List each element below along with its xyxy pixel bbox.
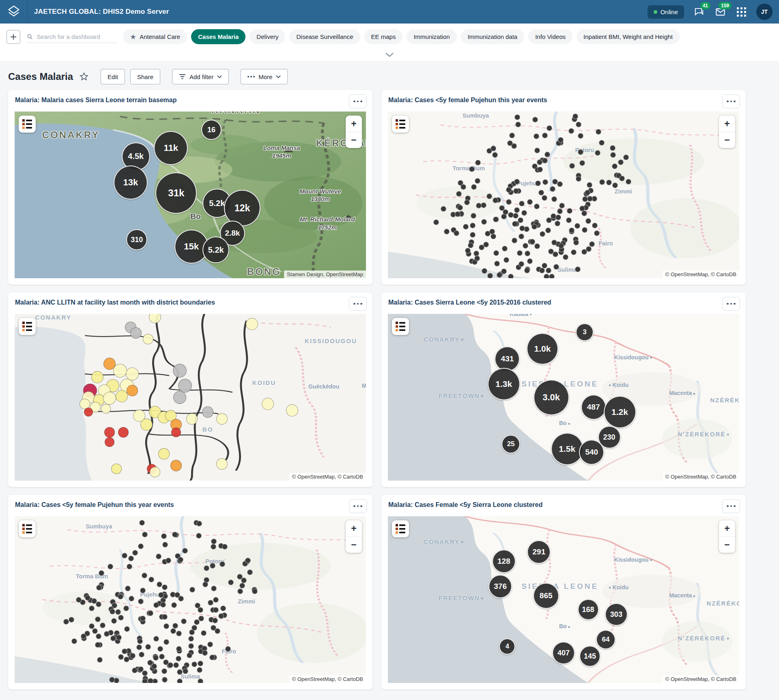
event-point[interactable] [463,224,469,230]
event-point[interactable] [551,196,557,202]
facility-point[interactable] [130,327,142,339]
event-point[interactable] [571,249,577,255]
layers-panel-button[interactable] [392,116,409,133]
event-point[interactable] [487,273,493,278]
cluster-bubble[interactable]: 303 [605,603,628,626]
event-point[interactable] [542,133,548,138]
event-point[interactable] [142,532,148,537]
event-point[interactable] [111,618,117,624]
event-point[interactable] [486,193,492,199]
event-point[interactable] [164,639,169,645]
facility-point[interactable] [103,392,116,405]
facility-point[interactable] [150,467,160,477]
event-point[interactable] [198,679,203,683]
event-point[interactable] [139,520,145,526]
event-point[interactable] [575,223,580,229]
event-point[interactable] [116,635,122,640]
cluster-bubble[interactable]: 3 [576,323,594,341]
share-button[interactable]: Share [130,69,160,84]
event-point[interactable] [489,229,495,234]
event-point[interactable] [159,654,165,659]
event-point[interactable] [514,207,520,213]
event-point[interactable] [534,243,540,249]
add-filter-button[interactable]: Add filter [172,69,229,84]
messages-button[interactable]: 41 [693,6,705,18]
event-point[interactable] [97,657,103,663]
dashboard-chip-immunization[interactable]: Immunization [407,29,456,44]
event-point[interactable] [465,248,471,253]
event-point[interactable] [546,268,551,273]
event-point[interactable] [132,668,138,673]
event-point[interactable] [109,677,115,683]
event-point[interactable] [491,234,496,239]
event-point[interactable] [563,254,568,260]
event-point[interactable] [519,261,524,267]
event-point[interactable] [551,240,557,245]
event-point[interactable] [585,218,591,224]
event-point[interactable] [569,228,575,233]
event-point[interactable] [188,643,194,649]
event-point[interactable] [128,556,134,561]
event-point[interactable] [225,646,231,652]
item-menu-button[interactable] [349,499,367,513]
event-point[interactable] [610,145,615,151]
dhis2-logo[interactable] [0,0,28,24]
event-point[interactable] [492,152,498,158]
event-point[interactable] [519,234,524,239]
event-point[interactable] [63,619,69,625]
event-point[interactable] [457,205,463,210]
event-point[interactable] [138,666,144,672]
event-point[interactable] [513,188,519,194]
zoom-out-button[interactable]: − [346,537,362,553]
event-point[interactable] [96,585,102,590]
facility-point[interactable] [84,408,93,417]
event-point[interactable] [559,203,565,208]
event-point[interactable] [542,195,547,201]
event-point[interactable] [178,596,184,601]
event-point[interactable] [160,602,166,608]
search-input[interactable] [37,33,116,40]
event-point[interactable] [168,662,173,668]
facility-point[interactable] [118,427,129,438]
facility-point[interactable] [116,390,128,402]
event-point[interactable] [476,203,482,208]
event-point[interactable] [612,163,618,169]
event-point[interactable] [515,122,521,127]
facility-point[interactable] [113,364,127,378]
event-point[interactable] [187,653,192,658]
map-canvas[interactable]: SumbuyaTorma BumPotoruPujehunZimmiFairoS… [15,516,366,683]
edit-button[interactable]: Edit [101,69,125,84]
cluster-bubble[interactable]: 865 [533,583,559,609]
event-point[interactable] [586,246,592,252]
event-point[interactable] [573,240,579,245]
zoom-in-button[interactable]: + [346,116,362,132]
event-point[interactable] [549,274,555,278]
event-point[interactable] [587,196,593,202]
event-point[interactable] [118,654,124,660]
cluster-bubble[interactable]: 64 [596,630,615,649]
event-point[interactable] [572,114,578,119]
event-point[interactable] [212,618,218,623]
event-point[interactable] [540,231,545,237]
event-point[interactable] [198,607,203,613]
facility-point[interactable] [158,448,170,460]
event-point[interactable] [202,582,208,587]
event-point[interactable] [589,241,595,247]
event-point[interactable] [474,256,480,261]
dashboard-chip-info-videos[interactable]: Info Videos [528,29,572,44]
event-point[interactable] [124,626,130,632]
event-point[interactable] [142,573,147,578]
event-point[interactable] [211,586,217,591]
event-point[interactable] [182,548,188,554]
event-point[interactable] [576,176,581,182]
event-point[interactable] [542,158,548,163]
event-point[interactable] [218,613,224,619]
zoom-in-button[interactable]: + [719,116,735,132]
cluster-bubble[interactable]: 1.0k [527,333,558,365]
item-menu-button[interactable] [722,94,740,108]
event-point[interactable] [178,557,183,563]
map-canvas[interactable]: KANKANCONAKRYKÉROUANLoma Mansa1945mMount… [15,112,366,278]
cluster-bubble[interactable]: 145 [579,646,600,667]
event-point[interactable] [129,596,134,601]
event-point[interactable] [140,616,146,621]
